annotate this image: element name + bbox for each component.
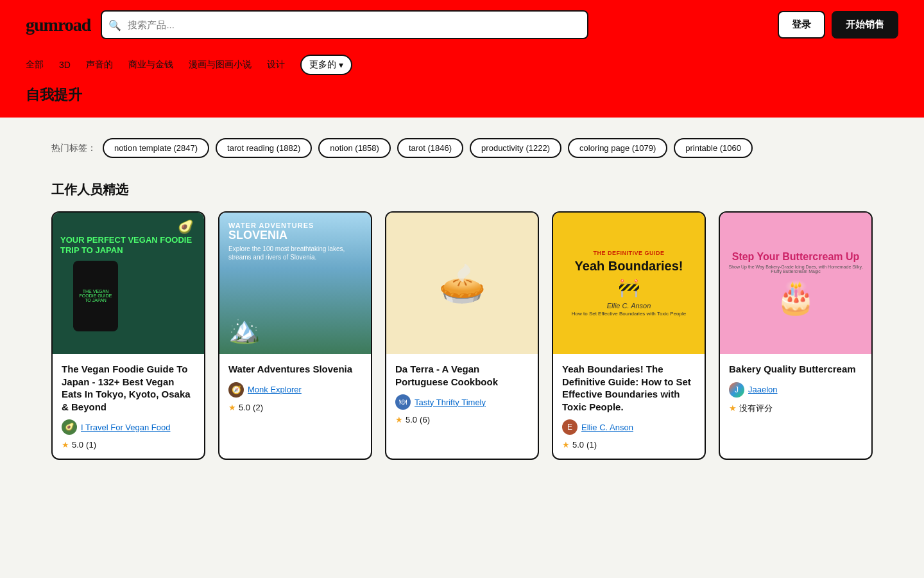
rating-value: 5.0 — [239, 403, 250, 412]
product-info-slovenia: Water Adventures Slovenia 🧭 Monk Explore… — [219, 354, 371, 421]
product-name: Bakery Quality Buttercream — [729, 363, 862, 376]
card2-subtitle: Explore the 100 most breathtaking lakes,… — [228, 245, 362, 261]
rating-value: 5.0 — [72, 440, 83, 450]
search-input[interactable] — [101, 10, 588, 39]
product-info-yeah-boundaries: Yeah Boundaries! The Definitive Guide: H… — [553, 354, 705, 459]
barrier-icon: 🚧 — [618, 277, 640, 298]
star-icon: ★ — [729, 403, 737, 413]
avatar: 🥑 — [62, 419, 77, 435]
author-link[interactable]: Ellie C. Anson — [581, 423, 633, 432]
author-link[interactable]: Monk Explorer — [248, 385, 302, 394]
star-icon: ★ — [228, 403, 236, 412]
mountain-icon: 🏔️ — [228, 315, 261, 345]
product-name: The Vegan Foodie Guide To Japan - 132+ B… — [62, 363, 195, 413]
product-author: 🧭 Monk Explorer — [228, 382, 362, 398]
product-author: 🥑 I Travel For Vegan Food — [62, 419, 195, 435]
avatar: J — [729, 382, 744, 398]
product-rating: ★ 5.0 (6) — [395, 415, 529, 425]
product-rating: ★ 5.0 (1) — [62, 440, 195, 450]
product-rating: ★ 5.0 (1) — [562, 440, 696, 450]
product-info-vegan-japan: The Vegan Foodie Guide To Japan - 132+ B… — [53, 354, 204, 459]
tag-pill[interactable]: coloring page (1079) — [568, 138, 667, 158]
author-link[interactable]: Jaaelon — [748, 385, 778, 394]
tags-label: 热门标签： — [51, 143, 96, 154]
avocado-icon: 🥑 — [178, 219, 194, 234]
search-container: 🔍 — [101, 10, 588, 39]
card5-sub: Show Up the Way Bakery-Grade Icing Does,… — [728, 265, 864, 274]
more-menu[interactable]: 更多的 ▾ — [300, 55, 352, 75]
nav-tabs: 全部 3D 声音的 商业与金钱 漫画与图画小说 设计 更多的 ▾ — [26, 49, 898, 85]
product-card-vegan-japan[interactable]: 🥑 YOUR PERFECT VEGAN FOODIE TRIP TO JAPA… — [51, 211, 205, 460]
author-link[interactable]: I Travel For Vegan Food — [81, 423, 170, 432]
star-icon: ★ — [562, 440, 570, 450]
author-link[interactable]: Tasty Thrifty Timely — [415, 398, 486, 407]
product-image-slovenia: WATER ADVENTURES SLOVENIA Explore the 10… — [219, 213, 371, 354]
tag-pill[interactable]: notion (1858) — [318, 138, 391, 158]
chevron-down-icon: ▾ — [339, 60, 343, 70]
product-card-da-terra[interactable]: 🥧 Da Terra - A Vegan Portuguese Cookbook… — [385, 211, 539, 460]
product-card-yeah-boundaries[interactable]: THE DEFINITIVE GUIDE Yeah Boundaries! 🚧 … — [552, 211, 706, 460]
product-card-slovenia[interactable]: WATER ADVENTURES SLOVENIA Explore the 10… — [218, 211, 372, 460]
logo[interactable]: gumroad — [26, 15, 90, 35]
nav-tab-business[interactable]: 商业与金钱 — [128, 59, 173, 71]
card4-author: Ellie C. Anson — [607, 302, 651, 310]
avatar: 🍽 — [395, 394, 411, 410]
phone-mockup: THE VEGAN FOODIE GUIDE TO JAPAN — [73, 261, 118, 331]
product-name: Water Adventures Slovenia — [228, 363, 362, 376]
card2-main: SLOVENIA — [228, 229, 287, 242]
main-content: 热门标签： notion template (2847)tarot readin… — [26, 118, 898, 480]
nav-tab-audio[interactable]: 声音的 — [86, 59, 113, 71]
card4-sub: How to Set Effective Boundaries with Tox… — [572, 311, 686, 317]
rating-no-reviews: 没有评分 — [739, 403, 773, 414]
staff-picks-title: 工作人员精选 — [51, 181, 873, 198]
product-image-da-terra: 🥧 — [386, 213, 538, 354]
tag-pill[interactable]: productivity (1222) — [470, 138, 561, 158]
product-rating: ★ 没有评分 — [729, 403, 862, 414]
rating-value: 5.0 — [406, 415, 417, 425]
rating-value: 5.0 — [572, 440, 584, 450]
avatar: E — [562, 419, 578, 435]
header-top: gumroad 🔍 登录 开始销售 — [26, 0, 898, 49]
tag-pill[interactable]: notion template (2847) — [103, 138, 209, 158]
tag-pill[interactable]: tarot reading (1882) — [216, 138, 312, 158]
review-count: (1) — [86, 440, 96, 450]
nav-tab-design[interactable]: 设计 — [267, 59, 285, 71]
product-info-da-terra: Da Terra - A Vegan Portuguese Cookbook 🍽… — [386, 354, 538, 434]
card1-title: YOUR PERFECT VEGAN FOODIE TRIP TO JAPAN — [60, 235, 196, 255]
product-info-buttercream: Bakery Quality Buttercream J Jaaelon ★ 没… — [720, 354, 871, 423]
star-icon: ★ — [62, 440, 69, 450]
pasteis-icon: 🥧 — [438, 261, 486, 306]
page-title: 自我提升 — [26, 85, 898, 118]
product-image-buttercream: Step Your Buttercream Up Show Up the Way… — [720, 213, 871, 354]
product-name: Da Terra - A Vegan Portuguese Cookbook — [395, 363, 529, 388]
nav-tab-all[interactable]: 全部 — [26, 59, 44, 71]
avatar: 🧭 — [228, 382, 244, 398]
review-count: (2) — [253, 403, 263, 412]
header: gumroad 🔍 登录 开始销售 全部 3D 声音的 商业与金钱 漫画与图画小… — [0, 0, 924, 118]
products-grid: 🥑 YOUR PERFECT VEGAN FOODIE TRIP TO JAPA… — [51, 211, 873, 460]
product-image-yeah-boundaries: THE DEFINITIVE GUIDE Yeah Boundaries! 🚧 … — [553, 213, 705, 354]
product-image-vegan-japan: 🥑 YOUR PERFECT VEGAN FOODIE TRIP TO JAPA… — [53, 213, 204, 354]
card5-title: Step Your Buttercream Up — [732, 250, 860, 263]
product-card-buttercream[interactable]: Step Your Buttercream Up Show Up the Way… — [719, 211, 873, 460]
review-count: (6) — [420, 415, 430, 425]
staff-picks-section: 工作人员精选 🥑 YOUR PERFECT VEGAN FOODIE TRIP … — [51, 181, 873, 460]
product-author: J Jaaelon — [729, 382, 862, 398]
product-name: Yeah Boundaries! The Definitive Guide: H… — [562, 363, 696, 413]
header-buttons: 登录 开始销售 — [778, 11, 898, 39]
nav-tab-3d[interactable]: 3D — [59, 60, 71, 70]
login-button[interactable]: 登录 — [778, 11, 825, 39]
tag-pill[interactable]: tarot (1846) — [397, 138, 463, 158]
review-count: (1) — [586, 440, 597, 450]
search-icon: 🔍 — [108, 19, 121, 31]
star-icon: ★ — [395, 415, 403, 425]
card4-main-title: Yeah Boundaries! — [575, 259, 683, 273]
tag-pill[interactable]: printable (1060 — [674, 138, 753, 158]
cake-icon: 🎂 — [776, 279, 816, 316]
tags-section: 热门标签： notion template (2847)tarot readin… — [51, 138, 873, 158]
product-rating: ★ 5.0 (2) — [228, 403, 362, 412]
start-selling-button[interactable]: 开始销售 — [832, 11, 898, 39]
product-author: E Ellie C. Anson — [562, 419, 696, 435]
nav-tab-comics[interactable]: 漫画与图画小说 — [189, 59, 252, 71]
product-author: 🍽 Tasty Thrifty Timely — [395, 394, 529, 410]
